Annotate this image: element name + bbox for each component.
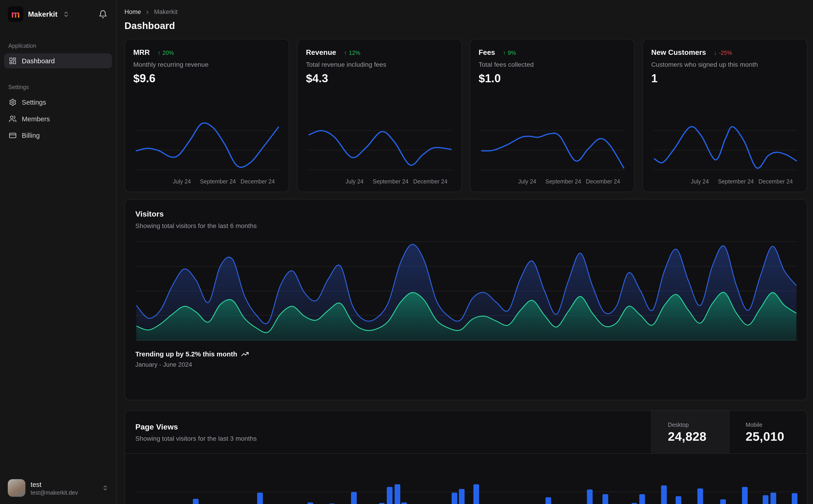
breadcrumb: Home Makerkit	[124, 8, 807, 16]
stat-title: New Customers	[651, 48, 706, 56]
page-views-toggle-group: Desktop 24,828 Mobile 25,010	[651, 411, 807, 453]
stat-description: Total revenue including fees	[306, 61, 453, 69]
x-axis-labels: July 24 September 24 December 24	[306, 178, 453, 186]
trend-up-icon: ↑	[503, 50, 506, 56]
page-views-bar	[307, 502, 313, 504]
trending-up-icon	[241, 350, 249, 358]
x-tick: July 24	[518, 178, 536, 184]
x-axis-labels: July 24 September 24 December 24	[479, 178, 626, 186]
members-icon	[9, 115, 17, 123]
sidebar-item-members[interactable]: Members	[4, 111, 112, 126]
stat-card-revenue: Revenue ↑ 12% Total revenue including fe…	[297, 39, 462, 192]
page-views-bar	[193, 499, 198, 504]
sidebar-item-label: Members	[22, 115, 50, 123]
fees-sparkline-chart	[479, 117, 627, 177]
page-views-bar	[792, 493, 797, 504]
team-name: Makerkit	[28, 10, 57, 18]
page-views-bar	[661, 485, 667, 504]
x-tick: July 24	[691, 178, 709, 184]
nav-section-application: Application	[4, 42, 112, 49]
mobile-total: 25,010	[746, 429, 802, 443]
trend-up-icon: ↑	[344, 50, 347, 56]
desktop-toggle[interactable]: Desktop 24,828	[651, 411, 729, 453]
page-views-bar	[770, 493, 776, 504]
sidebar-item-label: Settings	[22, 98, 46, 106]
trend-badge: ↑ 9%	[503, 50, 516, 56]
new-customers-sparkline-chart	[651, 117, 800, 177]
revenue-sparkline-chart	[306, 117, 454, 177]
stat-value: 1	[651, 72, 799, 85]
sidebar-item-dashboard[interactable]: Dashboard	[4, 53, 112, 69]
trend-down-icon: ↓	[714, 50, 717, 56]
visitors-description: Showing total visitors for the last 6 mo…	[135, 222, 797, 230]
visitors-trend-text: Trending up by 5.2% this month	[135, 350, 237, 358]
trend-value: 9%	[508, 50, 516, 56]
visitors-area-chart	[135, 236, 797, 341]
trend-value: -25%	[719, 50, 732, 56]
mobile-toggle[interactable]: Mobile 25,010	[729, 411, 807, 453]
breadcrumb-current: Makerkit	[154, 8, 177, 16]
page-views-bar	[473, 484, 479, 504]
page-views-title: Page Views	[135, 422, 641, 431]
x-tick: September 24	[373, 178, 409, 184]
notifications-button[interactable]	[97, 8, 108, 19]
x-tick: September 24	[718, 178, 754, 184]
chevrons-up-down-icon	[63, 11, 69, 17]
visitors-title: Visitors	[135, 209, 797, 218]
page-views-bar	[697, 488, 703, 504]
user-name: test	[31, 480, 78, 488]
x-tick: December 24	[413, 178, 448, 184]
x-tick: July 24	[173, 178, 191, 184]
settings-icon	[9, 98, 17, 106]
stat-description: Monthly recurring revenue	[133, 61, 281, 69]
trend-badge: ↑ 20%	[157, 50, 174, 56]
main-content: Home Makerkit Dashboard MRR ↑ 20% Monthl…	[117, 0, 813, 504]
page-views-bar	[639, 494, 645, 504]
stat-description: Customers who signed up this month	[651, 61, 799, 69]
x-tick: December 24	[759, 178, 793, 184]
page-views-bar	[257, 493, 263, 504]
chevron-right-icon	[145, 9, 150, 15]
stat-value: $4.3	[306, 72, 453, 85]
page-views-bar	[587, 490, 592, 504]
trend-badge: ↓ -25%	[714, 50, 732, 56]
trend-up-icon: ↑	[157, 50, 160, 56]
trend-value: 20%	[162, 50, 174, 56]
stat-title: MRR	[133, 48, 150, 56]
stat-card-mrr: MRR ↑ 20% Monthly recurring revenue $9.6…	[124, 39, 289, 192]
user-email: test@makerkit.dev	[31, 489, 78, 495]
team-selector[interactable]: m Makerkit	[8, 6, 69, 22]
sidebar-nav: Application Dashboard Settings Settings	[0, 42, 116, 143]
chevrons-up-down-icon	[102, 485, 108, 491]
page-views-bar	[379, 503, 385, 504]
mobile-label: Mobile	[746, 421, 802, 427]
x-tick: September 24	[545, 178, 581, 184]
page-views-bar	[351, 492, 357, 504]
desktop-total: 24,828	[668, 429, 724, 443]
page-views-bar	[387, 487, 392, 504]
x-tick: September 24	[200, 178, 236, 184]
stat-value: $9.6	[133, 72, 281, 85]
sidebar-item-billing[interactable]: Billing	[4, 128, 112, 143]
page-views-description: Showing total visitors for the last 3 mo…	[135, 435, 641, 442]
page-views-bar	[401, 502, 407, 504]
page-views-bar	[602, 494, 608, 504]
x-axis-labels: July 24 September 24 December 24	[133, 178, 281, 186]
page-views-bar	[763, 495, 768, 504]
page-views-bar	[545, 497, 551, 504]
trend-value: 12%	[349, 50, 360, 56]
sidebar-item-settings[interactable]: Settings	[4, 95, 112, 110]
stat-card-new-customers: New Customers ↓ -25% Customers who signe…	[643, 39, 807, 192]
breadcrumb-home-link[interactable]: Home	[124, 8, 141, 16]
user-menu[interactable]: test test@makerkit.dev	[0, 473, 116, 504]
desktop-label: Desktop	[668, 421, 724, 427]
user-avatar	[8, 479, 25, 497]
page-views-bar	[632, 503, 637, 504]
billing-icon	[9, 132, 17, 139]
page-views-bar-chart	[135, 454, 800, 504]
visitors-period: January - June 2024	[135, 361, 797, 368]
makerkit-logo-letter: m	[11, 9, 20, 19]
bell-icon	[98, 10, 107, 19]
stat-card-fees: Fees ↑ 9% Total fees collected $1.0 July…	[470, 39, 635, 192]
page-views-bar	[459, 489, 464, 504]
